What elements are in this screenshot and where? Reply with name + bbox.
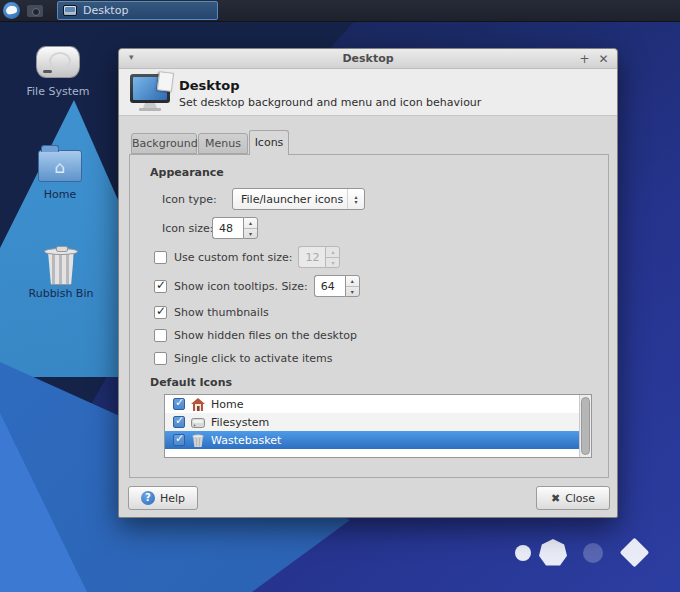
checkbox-checked[interactable]: ✓ <box>154 306 167 319</box>
home-icon <box>191 398 205 411</box>
dialog-subtitle: Set desktop background and menu and icon… <box>179 96 481 109</box>
window-titlebar[interactable]: ▾ Desktop + ✕ <box>119 49 617 69</box>
list-item-label: Filesystem <box>211 416 269 429</box>
icon-size-label: Icon size: <box>162 222 214 235</box>
default-icons-list[interactable]: ✓ Home ✓ <box>164 394 592 458</box>
drive-icon <box>191 416 205 429</box>
close-button-label: Close <box>565 492 595 505</box>
trash-body-icon <box>47 253 75 285</box>
tooltip-size-stepper[interactable]: 64 ▴▾ <box>314 275 360 297</box>
stepper-arrows-icon[interactable]: ▴▾ <box>243 217 258 239</box>
option-show-thumbnails[interactable]: ✓ Show thumbnails <box>154 304 269 320</box>
scrollbar-thumb[interactable] <box>581 397 590 455</box>
list-scrollbar[interactable] <box>579 395 591 457</box>
icon-size-stepper[interactable]: 48 ▴▾ <box>212 217 258 239</box>
maximize-button[interactable]: + <box>577 50 592 68</box>
desktop-icon-home[interactable]: ⌂ <box>38 150 82 182</box>
icon-type-label: Icon type: <box>162 193 217 206</box>
option-show-hidden-files[interactable]: Show hidden files on the desktop <box>154 327 357 343</box>
list-item-label: Home <box>211 398 243 411</box>
checkbox-checked[interactable]: ✓ <box>173 416 185 428</box>
option-show-icon-tooltips[interactable]: ✓ Show icon tooltips. Size: 64 ▴▾ <box>154 275 360 297</box>
custom-font-size-value: 12 <box>298 246 325 268</box>
checkbox-unchecked[interactable] <box>154 251 167 264</box>
list-item-label: Wastebasket <box>211 434 281 447</box>
tooltip-size-value[interactable]: 64 <box>314 275 345 297</box>
desktop-settings-icon <box>130 74 172 112</box>
help-button-label: Help <box>160 492 185 505</box>
screenshot-icon[interactable] <box>27 5 43 17</box>
desktop-icon-file-system[interactable] <box>36 46 80 78</box>
close-icon: ✖ <box>551 492 560 505</box>
list-item-filesystem[interactable]: ✓ Filesystem <box>165 413 580 431</box>
list-item-wastebasket[interactable]: ✓ Wastebasket <box>165 431 580 449</box>
desktop-icon-rubbish-bin[interactable] <box>44 246 78 286</box>
close-button[interactable]: ✖ Close <box>536 486 610 510</box>
help-icon: ? <box>141 491 155 505</box>
stepper-arrows-icon[interactable]: ▴▾ <box>345 275 360 297</box>
taskbar-button-desktop[interactable]: Desktop <box>57 1 218 20</box>
decor-circle-icon <box>515 545 531 561</box>
top-panel: Desktop <box>0 0 680 22</box>
window-title: Desktop <box>119 52 617 65</box>
option-single-click[interactable]: Single click to activate items <box>154 350 333 366</box>
list-item-home[interactable]: ✓ Home <box>165 395 580 413</box>
tab-icons[interactable]: Icons <box>249 130 289 155</box>
dialog-title: Desktop <box>179 78 239 93</box>
appearance-section-title: Appearance <box>150 166 224 179</box>
taskbar-button-label: Desktop <box>83 4 128 17</box>
home-glyph-icon: ⌂ <box>39 155 81 179</box>
checkbox-unchecked[interactable] <box>154 329 167 342</box>
checkbox-checked[interactable]: ✓ <box>173 434 185 446</box>
desktop-icon-label[interactable]: File System <box>3 85 113 98</box>
icons-tab-panel: Appearance Icon type: File/launcher icon… <box>129 154 609 478</box>
default-icons-section-title: Default Icons <box>150 376 232 389</box>
option-use-custom-font-size[interactable]: Use custom font size: 12 ▴▾ <box>154 246 340 268</box>
icon-type-select[interactable]: File/launcher icons ▴▾ <box>232 188 365 210</box>
wastebasket-icon <box>191 434 205 447</box>
trash-lid-icon <box>44 248 78 255</box>
checkbox-checked[interactable]: ✓ <box>173 398 185 410</box>
desktop-icon-label[interactable]: Home <box>5 188 115 201</box>
checkbox-unchecked[interactable] <box>154 352 167 365</box>
desktop-screen: Desktop File System ⌂ Home Rubbish Bin ▾… <box>0 0 680 592</box>
applications-menu-icon[interactable] <box>3 2 20 19</box>
dialog-header: Desktop Set desktop background and menu … <box>119 69 617 116</box>
close-window-button[interactable]: ✕ <box>596 50 611 68</box>
icon-size-value[interactable]: 48 <box>212 217 243 239</box>
desktop-icon-label[interactable]: Rubbish Bin <box>6 287 116 300</box>
monitor-icon <box>63 5 77 16</box>
combo-arrows-icon[interactable]: ▴▾ <box>347 189 364 209</box>
icon-type-value: File/launcher icons <box>233 193 347 206</box>
custom-font-size-stepper: 12 ▴▾ <box>298 246 340 268</box>
stepper-arrows-icon: ▴▾ <box>325 246 340 268</box>
help-button[interactable]: ? Help <box>128 486 198 510</box>
tab-menus[interactable]: Menus <box>198 133 248 154</box>
decor-faded-circle-icon <box>583 543 603 563</box>
checkbox-checked[interactable]: ✓ <box>154 280 167 293</box>
desktop-settings-window: ▾ Desktop + ✕ Desktop Set desktop backgr… <box>118 48 618 518</box>
tab-background[interactable]: Background <box>131 133 197 154</box>
